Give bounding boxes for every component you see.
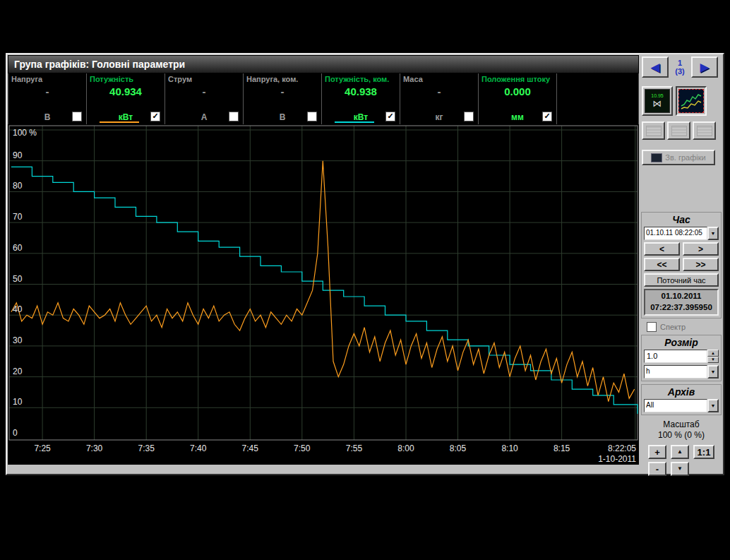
svg-text:10: 10: [13, 397, 23, 407]
channel-label: Струм: [168, 75, 240, 83]
channel-tile: Положення штоку 0.000 мм ✓: [479, 73, 557, 124]
size-section: Розмір 1.0 ▲ ▼ h ▼: [641, 335, 722, 381]
linked-graphs-button[interactable]: Зв. графіки: [642, 150, 715, 165]
size-spinner: 1.0 ▲ ▼: [644, 350, 719, 363]
time-combo-value[interactable]: 01.10.11 08:22:05: [644, 227, 707, 240]
control-stack: Час 01.10.11 08:22:05 ▼ < > << >> Поточн…: [641, 212, 722, 476]
channel-unit: кВт: [354, 112, 368, 122]
size-spin-buttons: ▲ ▼: [707, 350, 719, 363]
faceplate-view-button[interactable]: 10.95 ⋈: [642, 86, 673, 116]
size-value-field[interactable]: 1.0: [644, 350, 707, 363]
channel-unit: В: [44, 112, 51, 122]
channel-visibility-checkbox[interactable]: ✓: [385, 112, 395, 121]
channel-visibility-checkbox[interactable]: [229, 112, 239, 121]
channel-value: 40.938: [325, 85, 397, 97]
channel-visibility-checkbox[interactable]: ✓: [150, 112, 160, 121]
size-unit-combo: h ▼: [644, 365, 719, 379]
time-jump-forward-button[interactable]: >>: [683, 258, 719, 271]
chevron-down-icon: ▼: [711, 369, 716, 374]
channel-label: Маса: [403, 75, 475, 83]
tool-button-3[interactable]: [693, 121, 716, 140]
arrow-right-icon: ▶: [700, 61, 709, 73]
trend-chart[interactable]: 100 %90807060504030201007:257:307:357:40…: [8, 124, 639, 465]
channel-footer: кВт ✓: [90, 110, 162, 122]
size-decrease-button[interactable]: ▼: [707, 357, 719, 364]
channel-footer: А: [168, 110, 240, 122]
pan-up-button[interactable]: ▲: [671, 445, 689, 459]
zoom-reset-button[interactable]: 1:1: [693, 445, 714, 459]
pan-down-button[interactable]: ▼: [671, 462, 689, 476]
time-combo-dropdown-button[interactable]: ▼: [707, 227, 719, 240]
series-color-bar: [413, 121, 453, 123]
linked-graphs-label: Зв. графіки: [665, 153, 705, 162]
time-step-back-button[interactable]: <: [644, 242, 680, 256]
chevron-down-icon: ▼: [711, 403, 716, 408]
channel-footer: кВт ✓: [325, 110, 397, 122]
channel-visibility-checkbox[interactable]: [464, 112, 474, 121]
series-color-bar: [21, 121, 61, 123]
svg-text:80: 80: [13, 181, 23, 191]
tool-button-1[interactable]: [642, 121, 665, 140]
series-color-bar: [256, 121, 296, 123]
svg-text:8:22:05: 8:22:05: [608, 443, 636, 453]
channel-visibility-checkbox[interactable]: [72, 112, 82, 121]
chart-area[interactable]: 100 %90807060504030201007:257:307:357:40…: [8, 124, 639, 473]
channel-value: 40.934: [90, 85, 162, 97]
channel-unit: А: [201, 112, 208, 122]
spectrum-checkbox[interactable]: [647, 322, 657, 332]
zoom-in-button[interactable]: +: [648, 445, 666, 459]
size-unit-dropdown-button[interactable]: ▼: [707, 365, 719, 379]
channel-visibility-checkbox[interactable]: ✓: [542, 112, 552, 121]
spin-down-icon: ▼: [711, 357, 715, 362]
svg-text:100 %: 100 %: [13, 128, 37, 138]
graph-group-window: Група графіків: Головні параметри Напруг…: [6, 53, 724, 475]
scale-label: Масштаб: [641, 419, 722, 430]
channel-strip: Напруга - В Потужність 40.934 кВт ✓ Стру…: [8, 73, 639, 124]
archive-value[interactable]: All: [644, 399, 707, 412]
channel-label: Потужність: [90, 75, 162, 83]
prev-graph-group-button[interactable]: ◀: [642, 56, 669, 78]
channel-visibility-checkbox[interactable]: [307, 112, 317, 121]
svg-text:8:05: 8:05: [450, 443, 467, 453]
spectrum-label: Спектр: [660, 323, 686, 331]
channel-tile: Напруга - В: [8, 73, 87, 124]
current-time-button[interactable]: Поточний час: [644, 273, 719, 287]
tool-button-2[interactable]: [667, 121, 690, 140]
time-jump-back-button[interactable]: <<: [644, 258, 680, 271]
time-step-row: < >: [644, 242, 719, 256]
archive-dropdown-button[interactable]: ▼: [707, 399, 719, 412]
channel-tile: Струм - А: [165, 73, 244, 124]
channel-value: -: [168, 85, 240, 97]
size-section-header: Розмір: [644, 338, 719, 348]
svg-text:50: 50: [13, 274, 23, 284]
svg-text:90: 90: [13, 150, 23, 160]
channel-tile: Маса - кг: [400, 73, 479, 124]
channel-tile: Потужність 40.934 кВт ✓: [87, 73, 165, 124]
zoom-out-button[interactable]: -: [648, 462, 666, 476]
time-step-forward-button[interactable]: >: [683, 242, 719, 256]
channel-label: Потужність, ком.: [325, 75, 397, 83]
view-switch-row: 10.95 ⋈: [642, 86, 721, 116]
channel-value: -: [403, 85, 475, 97]
channel-value: -: [246, 85, 318, 97]
graphs-view-button[interactable]: [676, 86, 707, 116]
channel-footer: кг: [403, 110, 475, 122]
next-graph-group-button[interactable]: ▶: [691, 56, 718, 78]
svg-text:20: 20: [13, 367, 23, 376]
channel-label: Напруга, ком.: [246, 75, 318, 83]
time-section-header: Час: [644, 215, 719, 225]
graph-group-nav: ◀ 1 (3) ▶: [642, 56, 721, 78]
svg-text:1-10-2011: 1-10-2011: [598, 454, 636, 464]
channel-footer: В: [246, 110, 318, 122]
size-unit-value[interactable]: h: [644, 365, 707, 379]
scale-buttons: + ▲ 1:1 - ▼: [641, 445, 722, 476]
chevron-down-icon: ▼: [711, 231, 716, 236]
svg-text:7:50: 7:50: [294, 443, 311, 453]
time-section: Час 01.10.11 08:22:05 ▼ < > << >> Поточн…: [641, 212, 722, 318]
valve-faceplate-icon: 10.95 ⋈: [645, 89, 670, 113]
svg-text:70: 70: [13, 212, 23, 222]
series-color-bar: [491, 121, 531, 123]
svg-text:7:25: 7:25: [34, 443, 51, 453]
size-increase-button[interactable]: ▲: [707, 350, 719, 357]
control-sidebar: ◀ 1 (3) ▶ 10.95 ⋈: [640, 54, 723, 474]
